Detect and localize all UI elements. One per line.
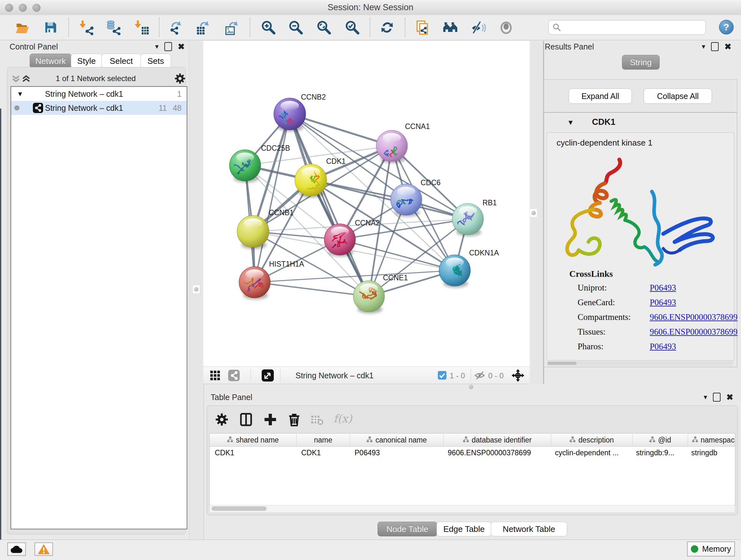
import-table-from-file-button[interactable] [134,20,149,35]
right-splitter-handle[interactable] [530,208,537,217]
tab-style[interactable]: Style [71,54,102,68]
selected-checkbox-icon[interactable] [438,371,447,380]
network-edge[interactable] [340,240,455,270]
network-canvas[interactable]: CCNB2CCNA1CDC25BCDK1CDC6RB1CCNB1CCNA2CDK… [203,41,530,367]
apply-layout-button[interactable] [380,20,395,35]
panel-close-icon[interactable]: ✖ [726,393,733,401]
cloud-status-button[interactable] [7,543,26,556]
collapse-all-button[interactable]: Collapse All [644,88,712,104]
results-scrollbar[interactable] [547,361,734,366]
crosslink-link[interactable]: P06493 [650,341,676,352]
network-graph[interactable]: CCNB2CCNA1CDC25BCDK1CDC6RB1CCNB1CCNA2CDK… [203,41,530,367]
network-collection-row[interactable]: ▼ String Network – cdk1 1 [11,87,187,101]
network-node-cdkn1a[interactable]: CDKN1A [439,249,499,288]
zoom-in-button[interactable] [260,20,276,35]
column-header-database-identifier[interactable]: database identifier [444,434,551,446]
table-row[interactable]: CDK1CDK1P064939606.ENSP00000378699cyclin… [210,446,735,459]
column-header-name[interactable]: name [296,434,350,446]
zoom-out-button[interactable] [288,20,303,35]
import-network-from-database-button[interactable] [106,20,121,35]
fit-selected-crosshair-icon[interactable] [511,369,525,382]
export-table-button[interactable] [196,20,211,35]
column-header-description[interactable]: description [551,434,632,446]
tab-node-table[interactable]: Node Table [378,522,437,537]
search-input[interactable] [564,21,702,33]
crosslink-link[interactable]: P06493 [650,298,676,307]
panel-close-icon[interactable]: ✖ [724,43,731,51]
panel-float-icon[interactable] [713,393,721,401]
results-scrollbar-thumb[interactable] [547,362,577,365]
tab-edge-table[interactable]: Edge Table [436,522,491,537]
table-h-scrollbar[interactable] [209,505,735,513]
tab-sets[interactable]: Sets [140,54,171,68]
table-cell[interactable]: cyclin-dependent ... [550,446,631,459]
horizontal-splitter[interactable] [203,384,741,390]
network-node-ccnb2[interactable]: CCNB2 [274,93,326,132]
network-node-cdk1[interactable]: CDK1 [295,157,346,198]
table-cell[interactable]: CDK1 [210,446,296,459]
panel-menu-icon[interactable]: ▾ [704,394,707,401]
panel-menu-icon[interactable]: ▾ [702,43,705,50]
open-in-window-icon[interactable] [262,369,274,381]
crosslink-link[interactable]: P06493 [650,283,676,293]
create-column-button[interactable] [263,412,278,428]
crosslink-link[interactable]: 9606.ENSP00000378699 [650,327,738,337]
memory-button[interactable]: Memory [687,542,735,557]
zoom-fit-button[interactable] [316,20,331,35]
table-cell[interactable]: CDK1 [296,446,349,459]
tab-select[interactable]: Select [102,54,141,68]
open-session-button[interactable] [15,20,30,35]
export-image-button[interactable] [224,20,239,35]
column-header--id[interactable]: @id [632,434,688,446]
help-button[interactable]: ? [719,20,734,35]
network-node-ccnb1[interactable]: CCNB1 [237,208,293,249]
tab-network[interactable]: Network [30,54,71,68]
tab-network-table[interactable]: Network Table [491,522,567,537]
expand-all-button[interactable]: Expand All [569,88,632,104]
left-splitter-handle[interactable] [192,285,200,294]
zoom-selected-button[interactable] [344,20,360,35]
network-edge[interactable] [311,180,468,219]
save-session-button[interactable] [43,20,58,35]
network-edge[interactable] [290,114,369,296]
network-options-gear-icon[interactable] [174,73,186,84]
warnings-button[interactable] [35,543,53,556]
column-header-canonical-name[interactable]: canonical name [350,434,444,446]
delete-column-button[interactable] [286,412,302,428]
first-neighbors-button[interactable] [443,20,458,35]
show-all-button[interactable] [498,20,514,35]
hide-selected-button[interactable] [471,20,486,35]
panel-float-icon[interactable] [711,42,719,51]
clone-network-button[interactable] [414,20,430,35]
tab-string[interactable]: String [622,55,660,70]
show-column-button[interactable] [239,412,254,428]
network-edge[interactable] [255,270,455,282]
network-edge[interactable] [255,282,369,296]
crosslink-link[interactable]: 9606.ENSP00000378699 [650,312,738,322]
network-node-ccna1[interactable]: CCNA1 [376,122,430,163]
table-cell[interactable]: P06493 [349,446,443,459]
column-header-namespace[interactable]: namespace [688,434,735,446]
section-expander-icon[interactable]: ▼ [567,118,574,127]
panel-close-icon[interactable]: ✖ [178,43,185,51]
tree-expander-icon[interactable]: ▼ [17,90,23,98]
export-network-button[interactable] [168,20,184,35]
column-header-shared-name[interactable]: shared name [210,434,296,446]
toolbar-separator [405,17,405,37]
network-badge-icon[interactable] [228,370,240,381]
table-h-scrollbar-thumb[interactable] [212,506,266,511]
table-cell[interactable]: stringdb:9... [631,446,686,459]
table-cell[interactable]: stringdb [686,446,735,459]
network-edge[interactable] [255,114,290,282]
panel-menu-icon[interactable]: ▾ [155,43,158,50]
table-settings-button[interactable] [214,412,229,428]
import-network-from-file-button[interactable] [79,20,94,35]
function-builder-button[interactable]: f(x) [333,412,362,425]
delete-table-button[interactable] [309,412,325,428]
network-node-rb1[interactable]: RB1 [441,199,497,236]
panel-float-icon[interactable] [164,42,172,51]
grid-view-icon[interactable] [210,371,220,380]
table-cell[interactable]: 9606.ENSP00000378699 [443,446,550,459]
collapse-expand-chevrons[interactable] [11,73,30,84]
network-row-selected[interactable]: String Network – cdk1 11 48 [11,101,187,115]
